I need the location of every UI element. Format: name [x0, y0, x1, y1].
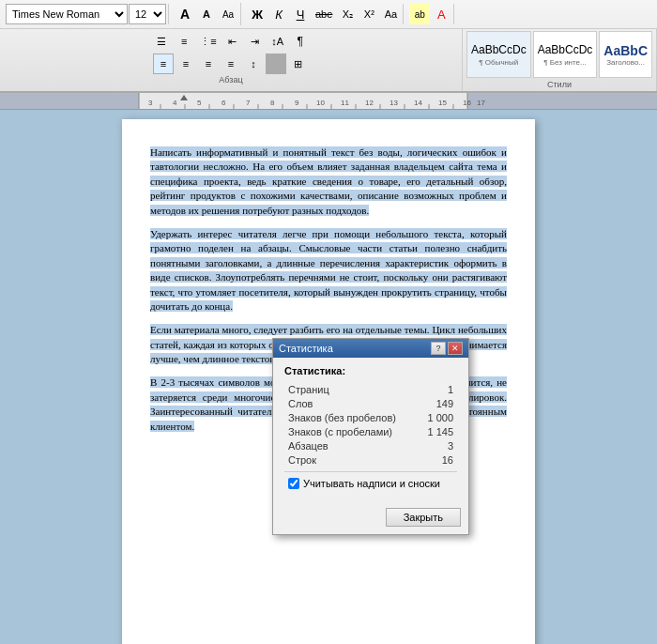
- borders-btn[interactable]: ⊞: [288, 54, 309, 74]
- change-case-btn[interactable]: Aa: [218, 4, 238, 24]
- svg-text:12: 12: [365, 99, 374, 107]
- styles-label: Стили: [547, 80, 572, 89]
- stat-row-lines: Строк 16: [284, 454, 457, 466]
- paragraph-1-text: Написать информативный и понятный текст …: [150, 146, 507, 216]
- dialog-titlebar: Статистика ? ✕: [273, 339, 468, 358]
- checkbox-label: Учитывать надписи и сноски: [303, 478, 440, 489]
- stat-label-pages: Страниц: [288, 384, 329, 395]
- text-color-btn[interactable]: Aa: [380, 4, 401, 24]
- stat-row-paragraphs: Абзацев 3: [284, 440, 457, 452]
- superscript-btn[interactable]: X²: [359, 4, 379, 24]
- dialog-section-title: Статистика:: [284, 365, 457, 376]
- font-name-select[interactable]: Times New Roman: [6, 4, 128, 24]
- statistics-dialog: Статистика ? ✕ Статистика: Страниц 1 Сло…: [272, 338, 469, 535]
- dialog-separator: [284, 471, 457, 472]
- svg-text:15: 15: [438, 99, 447, 107]
- document-area: Написать информативный и понятный текст …: [0, 110, 657, 644]
- svg-text:4: 4: [173, 99, 177, 107]
- paragraph-1: Написать информативный и понятный текст …: [150, 146, 507, 218]
- dialog-help-btn[interactable]: ?: [431, 342, 446, 355]
- stat-value-chars-nospace: 1 000: [427, 412, 453, 423]
- style-nointerval-preview: AaBbCcDc: [538, 43, 593, 56]
- strikethrough-btn[interactable]: abe: [312, 4, 336, 24]
- style-heading1-preview: AaBbC: [604, 43, 648, 58]
- italic-btn[interactable]: К: [268, 4, 289, 24]
- svg-text:5: 5: [197, 99, 202, 107]
- svg-text:10: 10: [316, 99, 325, 107]
- numbering-btn[interactable]: ≡: [174, 31, 194, 52]
- stat-label-lines: Строк: [288, 454, 316, 466]
- svg-text:9: 9: [295, 99, 299, 107]
- increase-indent-btn[interactable]: ⇥: [245, 31, 266, 52]
- subscript-btn[interactable]: X₂: [337, 4, 358, 24]
- toolbar: Times New Roman 12 A A Aa Ж К Ч abe X₂ X…: [0, 0, 657, 93]
- include-footnotes-checkbox[interactable]: [288, 478, 299, 489]
- stat-label-chars-space: Знаков (с пробелами): [288, 426, 392, 437]
- paragraph-2-text: Удержать интерес читателя легче при помо…: [150, 228, 507, 312]
- ruler: 3 4 5 6 7 8 9 10 11 12 13 14 15 16 17: [0, 93, 657, 110]
- svg-text:3: 3: [148, 99, 153, 107]
- style-normal[interactable]: AaBbCcDc ¶ Обычный: [466, 31, 531, 78]
- bold-btn[interactable]: Ж: [247, 4, 267, 24]
- stat-value-paragraphs: 3: [448, 440, 453, 452]
- shading-btn[interactable]: [266, 54, 286, 74]
- paragraph-section: ☰ ≡ ⋮≡ ⇤ ⇥ ↕A ¶ ≡ ≡ ≡ ≡ ↕ ⊞ Абзац: [0, 29, 463, 91]
- font-color-btn[interactable]: A: [431, 4, 451, 24]
- paragraph-label: Абзац: [219, 75, 242, 84]
- dialog-title: Статистика: [279, 343, 333, 354]
- dialog-close-btn[interactable]: ✕: [448, 342, 463, 355]
- styles-row: AaBbCcDc ¶ Обычный AaBbCcDc ¶ Без инте..…: [466, 31, 652, 78]
- svg-text:14: 14: [414, 99, 422, 107]
- svg-rect-0: [0, 93, 139, 110]
- close-button[interactable]: Закрыть: [386, 508, 461, 527]
- dialog-titlebar-buttons: ? ✕: [431, 342, 463, 355]
- font-size-select[interactable]: 12: [129, 4, 166, 24]
- stat-row-pages: Страниц 1: [284, 384, 457, 395]
- stat-label-chars-nospace: Знаков (без пробелов): [288, 412, 396, 423]
- sort-btn[interactable]: ↕A: [267, 31, 288, 52]
- style-nointerval[interactable]: AaBbCcDc ¶ Без инте...: [533, 31, 598, 78]
- stat-value-lines: 16: [442, 454, 453, 466]
- paragraph-2: Удержать интерес читателя легче при помо…: [150, 227, 507, 314]
- stat-label-words: Слов: [288, 398, 313, 409]
- stat-label-paragraphs: Абзацев: [288, 440, 328, 452]
- checkbox-row: Учитывать надписи и сноски: [284, 478, 457, 489]
- svg-text:7: 7: [246, 99, 251, 107]
- highlight-group: ab A: [407, 4, 454, 24]
- shrink-font-btn[interactable]: A: [196, 3, 217, 25]
- text-format-group: A A Aa: [173, 3, 241, 25]
- highlight-btn[interactable]: ab: [409, 4, 430, 24]
- style-normal-label: ¶ Обычный: [479, 58, 518, 67]
- toolbar-row1: Times New Roman 12 A A Aa Ж К Ч abe X₂ X…: [0, 0, 657, 29]
- line-spacing-btn[interactable]: ↕: [243, 54, 264, 74]
- styles-section: AaBbCcDc ¶ Обычный AaBbCcDc ¶ Без инте..…: [463, 29, 657, 91]
- dialog-body: Статистика: Страниц 1 Слов 149 Знаков (б…: [273, 358, 468, 504]
- align-right-btn[interactable]: ≡: [198, 54, 219, 74]
- align-left-btn[interactable]: ≡: [153, 54, 174, 74]
- svg-text:11: 11: [341, 99, 349, 107]
- stat-value-words: 149: [436, 398, 453, 409]
- svg-text:17: 17: [477, 99, 485, 107]
- svg-text:8: 8: [270, 99, 275, 107]
- para-btns-row1: ☰ ≡ ⋮≡ ⇤ ⇥ ↕A ¶: [151, 31, 310, 52]
- clipboard-group: Ж К Ч abe X₂ X² Aa: [245, 4, 404, 24]
- stat-value-chars-space: 1 145: [427, 426, 453, 437]
- underline-btn[interactable]: Ч: [290, 4, 311, 24]
- style-heading1[interactable]: AaBbC Заголово...: [599, 31, 652, 78]
- svg-rect-2: [467, 93, 657, 110]
- show-formatting-btn[interactable]: ¶: [290, 31, 311, 52]
- bullets-btn[interactable]: ☰: [151, 31, 172, 52]
- font-group: Times New Roman 12: [4, 4, 169, 24]
- align-center-btn[interactable]: ≡: [176, 54, 196, 74]
- svg-text:16: 16: [463, 99, 471, 107]
- multilevel-btn[interactable]: ⋮≡: [196, 31, 220, 52]
- svg-text:13: 13: [390, 99, 398, 107]
- style-normal-preview: AaBbCcDc: [471, 43, 527, 56]
- style-heading1-label: Заголово...: [606, 58, 645, 67]
- grow-font-btn[interactable]: A: [175, 3, 195, 25]
- stat-row-chars-nospace: Знаков (без пробелов) 1 000: [284, 412, 457, 423]
- justify-btn[interactable]: ≡: [221, 54, 241, 74]
- style-nointerval-label: ¶ Без инте...: [543, 58, 587, 67]
- decrease-indent-btn[interactable]: ⇤: [222, 31, 243, 52]
- svg-text:6: 6: [222, 99, 226, 107]
